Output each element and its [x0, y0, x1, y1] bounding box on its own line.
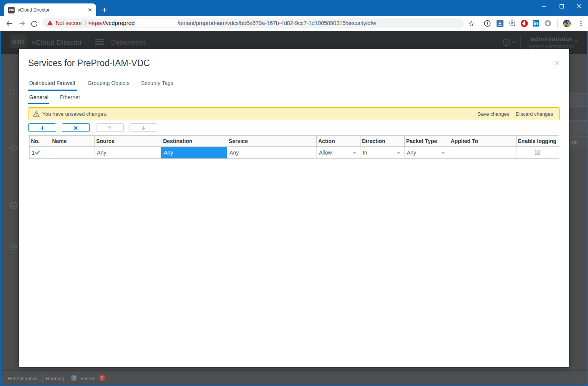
svg-text:?: ?: [505, 40, 508, 45]
svg-text:IP: IP: [511, 22, 514, 25]
